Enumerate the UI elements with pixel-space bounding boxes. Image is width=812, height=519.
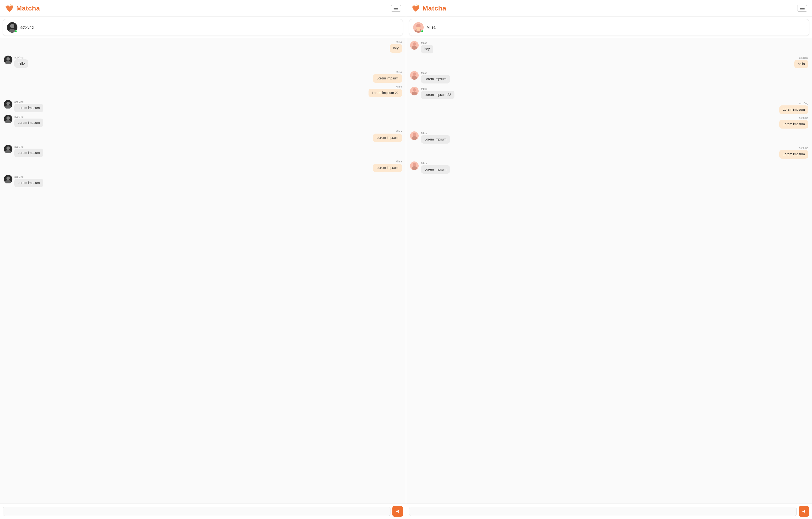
- right-bubble-2: hello: [794, 60, 808, 68]
- svg-point-25: [413, 88, 416, 92]
- right-avatar-4: [410, 87, 419, 95]
- right-msg-sender-6: actx3ng: [799, 116, 808, 119]
- right-msg-sender-1: Milsa: [421, 41, 427, 44]
- right-msg-group-5: actx3ng Lorem impsum: [410, 102, 808, 114]
- left-logo-icon: ✦ ✦ ✦: [5, 4, 14, 13]
- left-online-indicator: [14, 30, 17, 32]
- left-avatar-10: [4, 175, 12, 183]
- left-msg-sender-9: Milsa: [396, 160, 402, 163]
- left-msg-group-9: Milsa Lorem impsum: [4, 160, 402, 172]
- left-msg-sender-4: Milsa: [396, 85, 402, 88]
- left-msg-group-7: Milsa Lorem impsum: [4, 130, 402, 142]
- left-chat-input[interactable]: [3, 507, 390, 516]
- left-input-bar: [0, 503, 406, 519]
- svg-point-10: [5, 120, 11, 123]
- right-msg-group-1: Milsa hey: [410, 40, 808, 54]
- left-avatar-8: [4, 145, 12, 153]
- left-bubble-10: Lorem impsum: [14, 179, 43, 187]
- svg-point-27: [413, 133, 416, 136]
- left-msg-sender-5: actx3ng: [14, 100, 24, 103]
- left-bubble-9: Lorem impsum: [373, 163, 402, 172]
- right-msg-group-7: Milsa Lorem impsum: [410, 131, 808, 144]
- left-panel: ✦ ✦ ✦ Matcha actx3ng Mi: [0, 0, 406, 519]
- right-bubble-1: hey: [421, 45, 433, 54]
- right-bubble-3: Lorem impsum: [421, 75, 450, 84]
- left-msg-sender-2: actx3ng: [14, 56, 24, 59]
- right-msg-sender-5: actx3ng: [799, 102, 808, 105]
- svg-point-23: [413, 72, 416, 76]
- right-bubble-5: Lorem impsum: [779, 105, 808, 114]
- left-contact-bar: actx3ng: [3, 19, 403, 36]
- right-bubble-6: Lorem impsum: [779, 120, 808, 128]
- left-header: ✦ ✦ ✦ Matcha: [0, 0, 406, 17]
- right-input-bar: [406, 503, 812, 519]
- left-avatar-6: [4, 115, 12, 123]
- left-bubble-7: Lorem impsum: [373, 133, 402, 142]
- svg-rect-20: [416, 27, 420, 31]
- svg-point-24: [412, 76, 417, 80]
- left-contact-name: actx3ng: [20, 25, 34, 30]
- left-bubble-8: Lorem impsum: [14, 149, 43, 157]
- svg-text:✦: ✦: [416, 4, 417, 5]
- right-msg-sender-3: Milsa: [421, 71, 427, 74]
- left-msg-group-3: Milsa Lorem impsum: [4, 70, 402, 83]
- left-bubble-2: hello: [14, 59, 28, 68]
- right-chat-input[interactable]: [409, 507, 797, 516]
- left-contact-avatar-wrap: [7, 22, 18, 33]
- left-bubble-4: Lorem impsum 22: [369, 89, 402, 97]
- left-msg-sender-6: actx3ng: [14, 115, 24, 118]
- svg-point-12: [5, 150, 11, 153]
- left-avatar-2: [4, 56, 12, 64]
- right-menu-button[interactable]: [797, 5, 807, 12]
- left-send-button[interactable]: [393, 506, 403, 517]
- svg-point-28: [412, 136, 417, 140]
- right-panel: ✦ ✦ ✦ Matcha Milsa: [406, 0, 812, 519]
- svg-point-3: [10, 24, 14, 28]
- left-bubble-1: hey: [390, 44, 402, 53]
- svg-point-7: [6, 101, 10, 105]
- svg-point-6: [5, 61, 11, 64]
- right-logo: ✦ ✦ ✦ Matcha: [411, 4, 446, 13]
- left-msg-group-6: actx3ng Lorem impsum: [4, 114, 402, 127]
- left-msg-sender-7: Milsa: [396, 130, 402, 133]
- right-bubble-7: Lorem impsum: [421, 135, 450, 144]
- right-msg-sender-4: Milsa: [421, 87, 427, 90]
- right-msg-group-6: actx3ng Lorem impsum: [410, 116, 808, 128]
- svg-point-30: [412, 166, 417, 170]
- svg-point-9: [6, 116, 10, 120]
- left-menu-button[interactable]: [391, 5, 401, 12]
- left-chat-area[interactable]: Milsa hey actx3ng hello Milsa Lorem imps…: [0, 38, 406, 503]
- right-send-button[interactable]: [799, 506, 809, 517]
- right-logo-icon: ✦ ✦ ✦: [411, 4, 420, 13]
- right-msg-sender-2: actx3ng: [799, 56, 808, 59]
- svg-text:✦: ✦: [5, 6, 6, 7]
- right-contact-avatar-wrap: [413, 22, 424, 33]
- left-send-icon: [396, 509, 400, 514]
- right-chat-area[interactable]: Milsa hey actx3ng hello Milsa Lorem imps…: [406, 38, 812, 503]
- svg-point-26: [412, 92, 417, 95]
- svg-point-13: [6, 177, 10, 180]
- left-msg-group-1: Milsa hey: [4, 40, 402, 53]
- left-msg-sender-1: Milsa: [396, 40, 402, 43]
- left-msg-group-8: actx3ng Lorem impsum: [4, 144, 402, 157]
- svg-point-14: [5, 180, 11, 183]
- right-msg-group-4: Milsa Lorem impsum 22: [410, 86, 808, 99]
- left-bubble-6: Lorem impsum: [14, 119, 43, 127]
- left-logo: ✦ ✦ ✦ Matcha: [5, 4, 40, 13]
- right-online-indicator: [421, 30, 424, 32]
- svg-point-8: [5, 105, 11, 109]
- svg-point-22: [412, 46, 417, 50]
- right-msg-group-2: actx3ng hello: [410, 56, 808, 68]
- left-msg-group-4: Milsa Lorem impsum 22: [4, 85, 402, 97]
- svg-point-5: [6, 57, 10, 61]
- svg-text:✦: ✦: [11, 4, 13, 6]
- right-header: ✦ ✦ ✦ Matcha: [406, 0, 812, 17]
- right-avatar-3: [410, 71, 419, 80]
- left-logo-text: Matcha: [16, 4, 40, 12]
- svg-text:✦: ✦: [411, 6, 413, 7]
- left-bubble-3: Lorem impsum: [373, 74, 402, 83]
- right-avatar-1: [410, 41, 419, 50]
- right-msg-group-9: Milsa Lorem impsum: [410, 161, 808, 174]
- right-contact-name: Milsa: [427, 25, 435, 30]
- left-msg-sender-3: Milsa: [396, 70, 402, 73]
